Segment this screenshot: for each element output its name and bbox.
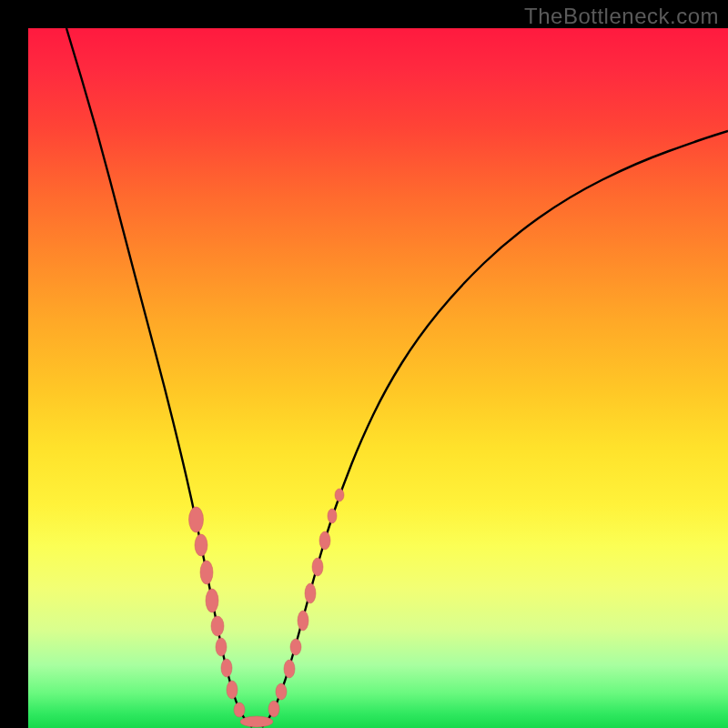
marker-dot bbox=[211, 616, 224, 636]
marker-dot bbox=[290, 639, 301, 655]
curve-markers bbox=[189, 489, 345, 727]
marker-dot bbox=[298, 611, 308, 631]
marker-dot bbox=[328, 509, 337, 523]
marker-dot bbox=[268, 701, 279, 717]
curves-svg bbox=[28, 28, 728, 728]
marker-dot bbox=[189, 507, 204, 532]
marker-dot bbox=[276, 683, 287, 700]
marker-dot bbox=[227, 681, 238, 699]
marker-dot bbox=[200, 561, 213, 584]
left-curve bbox=[66, 28, 252, 727]
marker-dot bbox=[305, 583, 316, 603]
marker-dot bbox=[221, 659, 232, 677]
right-curve bbox=[262, 131, 728, 727]
marker-dot bbox=[216, 638, 227, 656]
chart-frame: TheBottleneck.com bbox=[0, 0, 728, 728]
marker-dot bbox=[319, 531, 330, 550]
marker-dot bbox=[312, 558, 323, 576]
marker-dot bbox=[206, 589, 218, 612]
marker-dot bbox=[234, 703, 245, 717]
plot-area bbox=[28, 28, 728, 728]
marker-dot bbox=[335, 489, 344, 501]
marker-dot bbox=[240, 716, 273, 727]
marker-dot bbox=[195, 534, 207, 556]
marker-dot bbox=[284, 660, 295, 678]
watermark-text: TheBottleneck.com bbox=[524, 4, 719, 29]
